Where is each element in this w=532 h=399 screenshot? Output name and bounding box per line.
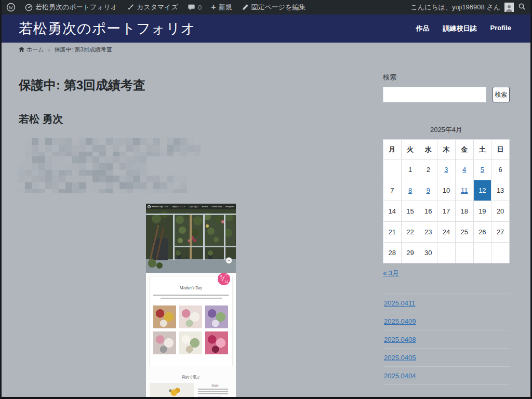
embed-site-navbar: D Flower Days TOP季節のイベント目的で選ぶAccessOnlin… [146,204,236,209]
comments-menu-item[interactable]: 0 [188,4,202,11]
embed-hero-photo [146,209,236,275]
calendar-day: 7 [383,180,402,201]
breadcrumb-separator: › [48,47,50,53]
site-title[interactable]: 若松勇次のポートフォリオ [19,19,195,38]
embed-placeholder-text [198,389,228,390]
calendar-weekday: 日 [491,140,510,159]
recent-post-item: 2025.0411 [383,294,510,312]
flower-photo [179,331,202,354]
customize-menu-item[interactable]: カスタマイズ [127,3,178,12]
embed-nav-link: Instagram [225,206,234,208]
header-nav-link[interactable]: 訓練校日誌 [443,24,477,33]
embed-nav-items: TOP季節のイベント目的で選ぶAccessOnline ShopInstagra… [164,206,234,208]
recent-post-link[interactable]: 2025.0409 [384,317,416,325]
calendar-day-link[interactable]: 9 [427,187,430,194]
header-nav-link[interactable]: Profile [490,24,511,33]
embed-mothers-day-card: 2025 5 12 Mother's Day [150,276,232,366]
embed-site-logo: D Flower Days [148,205,163,208]
calendar-day-link[interactable]: 8 [408,187,412,194]
recent-post-link[interactable]: 2025.0405 [384,354,416,362]
calendar-day: 26 [473,222,491,243]
embed-daily-text: Daily [198,383,232,399]
recent-post-link[interactable]: 2025.0411 [384,299,416,307]
calendar-day: 20 [491,201,510,222]
calendar-weekday: 木 [437,140,456,159]
embed-nav-link: Online Shop [211,206,222,208]
calendar-empty-cell [383,159,402,180]
calendar-day-link[interactable]: 3 [444,166,448,174]
search-submit-button[interactable]: 検索 [493,87,510,102]
header-nav: 作品訓練校日誌Profile [416,24,511,33]
user-avatar[interactable] [504,3,514,12]
calendar-day: 17 [437,201,456,222]
embed-section-title: 目的で選ぶ [146,375,236,380]
calendar-caption: 2025年4月 [383,125,510,135]
breadcrumb-current: 保護中: 第3回成績考査 [54,46,112,54]
embed-bottom-row: Daily [150,383,232,399]
embed-nav-link: Access [202,206,208,208]
edit-page-menu-item[interactable]: 固定ページを編集 [242,3,306,12]
site-header: 若松勇次のポートフォリオ 作品訓練校日誌Profile [0,15,532,43]
breadcrumb-home-link[interactable]: ホーム [19,46,44,54]
calendar-day-selected[interactable]: 12 [473,180,491,201]
brush-icon [127,4,134,11]
calendar-weekday: 土 [473,140,491,159]
calendar-body: 1234567891011121314151617181920212223242… [383,159,510,263]
post-image-flower-site-screenshot: D Flower Days TOP季節のイベント目的で選ぶAccessOnlin… [146,204,236,399]
badge-month: 5 [220,275,222,280]
calendar-day: 16 [419,201,437,222]
browser-viewport: W 若松勇次のポートフォリオ カスタマイズ 0 新規 [0,0,532,399]
flower-photo [205,305,228,328]
calendar-day: 2 [419,159,437,180]
calendar-weekday: 金 [455,140,473,159]
search-widget: 検索 [383,87,510,102]
calendar-day: 1 [401,159,419,180]
sidebar: 検索 検索 2025年4月 月火水木金土日 123456789101112131… [383,73,510,385]
admin-bar-site-name[interactable]: 若松勇次のポートフォリオ [25,3,117,12]
recent-post-link[interactable]: 2025.0404 [384,372,416,380]
flower-photo [205,331,228,354]
embed-date-badge: 2025 5 12 [218,273,230,285]
edit-page-label: 固定ページを編集 [251,3,306,12]
recent-post-link[interactable]: 2025.0408 [384,336,416,343]
flower-photo [153,305,176,328]
wordpress-logo-icon[interactable]: W [6,3,16,12]
calendar-empty-cell [491,243,510,263]
calendar-day: 19 [473,201,491,222]
calendar-weekday: 月 [383,140,402,159]
redacted-text-line [18,176,190,193]
calendar-empty-cell [455,243,473,263]
calendar-day-link[interactable]: 5 [481,166,484,174]
embed-placeholder-text [198,391,228,392]
calendar-day: 10 [437,180,456,201]
calendar-prev-month-link[interactable]: « 3月 [383,269,399,278]
search-icon[interactable] [518,3,526,12]
redacted-text-line [18,156,148,176]
badge-year: 2025 [225,274,229,276]
calendar-day: 23 [419,222,437,243]
embed-placeholder-text [161,298,222,299]
new-content-menu-item[interactable]: 新規 [211,3,232,12]
calendar-day-link[interactable]: 11 [461,187,468,194]
embed-placeholder-text [198,393,228,394]
admin-bar-site-name-label: 若松勇次のポートフォリオ [35,3,117,12]
calendar-day-link[interactable]: 4 [462,166,466,174]
calendar-day: 28 [383,243,402,263]
home-icon [19,47,24,53]
search-widget-label: 検索 [383,73,510,82]
redacted-text-line [25,138,203,156]
embed-logo-mark: D [148,205,151,208]
admin-bar-greeting[interactable]: こんにちは、yuji196908 さん [410,3,500,12]
badge-day: 12 [224,280,228,284]
flower-photo [153,331,176,354]
embed-nav-link: 季節のイベント [172,206,185,208]
comments-count: 0 [198,4,202,11]
search-input[interactable] [383,87,486,102]
calendar-day: 5 [473,159,491,180]
header-nav-link[interactable]: 作品 [416,24,430,33]
calendar-day: 25 [455,222,473,243]
embed-card-title: Mother's Day [150,286,232,290]
calendar-day: 4 [455,159,473,180]
calendar-day: 24 [437,222,456,243]
calendar-day: 11 [455,180,473,201]
